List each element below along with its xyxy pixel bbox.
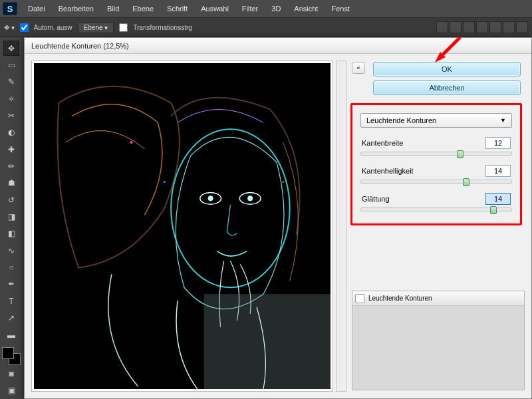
move-tool-icon[interactable]: ✥ — [3, 41, 19, 56]
dialog-titlebar[interactable]: Leuchtende Konturen (12,5%) — [25, 38, 531, 54]
preview-scrollbar[interactable] — [336, 61, 346, 392]
dialog-controls: « OK Abbrechen Leuchtende Konturen ▼ Kan… — [346, 54, 531, 398]
dodge-tool-icon[interactable]: ○ — [3, 259, 19, 275]
align-icon[interactable] — [489, 21, 501, 33]
preview-area — [25, 54, 336, 398]
filter-parameters-group: Leuchtende Konturen ▼ Kantenbreite 12 Ka… — [350, 103, 522, 225]
align-icon[interactable] — [476, 21, 488, 33]
path-tool-icon[interactable]: ↗ — [3, 311, 19, 326]
align-icon[interactable] — [436, 21, 448, 33]
menu-bearbeiten[interactable]: Bearbeiten — [52, 2, 100, 15]
app-logo: S — [3, 2, 17, 15]
collapse-thumbnails-button[interactable]: « — [352, 62, 365, 74]
pen-tool-icon[interactable]: ✒ — [3, 277, 19, 292]
kantenhelligkeit-label: Kantenhelligkeit — [362, 167, 414, 175]
quickmask-icon[interactable]: ◙ — [3, 366, 19, 381]
filter-gallery-dialog: Leuchtende Konturen (12,5%) — [24, 37, 532, 399]
stamp-tool-icon[interactable]: ☗ — [3, 176, 19, 191]
effect-layer-row[interactable]: Leuchtende Konturen — [352, 291, 524, 306]
align-icon[interactable] — [516, 21, 528, 33]
effect-layers-panel: Leuchtende Konturen — [352, 291, 525, 390]
history-brush-tool-icon[interactable]: ↺ — [3, 192, 19, 207]
menu-schrift[interactable]: Schrift — [160, 2, 194, 15]
crop-tool-icon[interactable]: ✂ — [3, 108, 19, 123]
slider-thumb-icon[interactable] — [490, 206, 497, 214]
layer-selector[interactable]: Ebene ▾ — [78, 22, 114, 33]
menu-bar: S Datei Bearbeiten Bild Ebene Schrift Au… — [0, 0, 532, 17]
wand-tool-icon[interactable]: ✧ — [3, 91, 19, 106]
kantenhelligkeit-slider[interactable] — [360, 180, 512, 184]
effect-layer-name: Leuchtende Konturen — [368, 295, 432, 302]
gradient-tool-icon[interactable]: ◧ — [3, 226, 19, 241]
filter-select-dropdown[interactable]: Leuchtende Konturen ▼ — [360, 113, 512, 128]
filter-preview-image[interactable] — [34, 63, 331, 389]
align-icon[interactable] — [463, 21, 475, 33]
marquee-tool-icon[interactable]: ▭ — [3, 57, 19, 72]
filter-select-value: Leuchtende Konturen — [366, 116, 436, 124]
svg-point-9 — [130, 141, 133, 144]
align-icon[interactable] — [450, 21, 462, 33]
slider-thumb-icon[interactable] — [463, 178, 469, 186]
visibility-eye-icon[interactable] — [355, 294, 364, 303]
svg-point-6 — [208, 196, 213, 201]
menu-filter[interactable]: Filter — [235, 2, 265, 15]
blur-tool-icon[interactable]: ∿ — [3, 243, 19, 258]
align-icon[interactable] — [503, 21, 515, 33]
svg-point-10 — [164, 181, 166, 183]
foreground-color-swatch[interactable] — [2, 347, 14, 359]
move-tool-indicator: ✥ ▾ — [4, 24, 15, 31]
lasso-tool-icon[interactable]: ✎ — [3, 74, 19, 90]
menu-datei[interactable]: Datei — [21, 2, 52, 15]
kantenhelligkeit-value[interactable]: 14 — [485, 165, 511, 177]
glaettung-value[interactable]: 14 — [485, 193, 511, 205]
svg-point-7 — [247, 196, 253, 201]
svg-rect-8 — [204, 294, 331, 389]
transform-controls-label: Transformationsstrg — [133, 24, 192, 31]
svg-point-11 — [282, 181, 284, 183]
eraser-tool-icon[interactable]: ◨ — [3, 209, 19, 224]
screenmode-icon[interactable]: ▣ — [3, 383, 19, 398]
effect-layers-empty — [352, 306, 524, 390]
brush-tool-icon[interactable]: ✏ — [3, 158, 19, 174]
dialog-title: Leuchtende Konturen (12,5%) — [31, 42, 129, 50]
tools-panel: ✥ ▭ ✎ ✧ ✂ ◐ ✚ ✏ ☗ ↺ ◨ ◧ ∿ ○ ✒ T ↗ ▬ ◙ ▣ — [0, 37, 23, 399]
glaettung-slider[interactable] — [360, 207, 512, 211]
auto-select-label: Autom. ausw — [34, 24, 72, 31]
transform-controls-checkbox[interactable] — [119, 23, 128, 32]
menu-ansicht[interactable]: Ansicht — [287, 2, 325, 15]
kantenbreite-slider[interactable] — [360, 152, 512, 156]
menu-bild[interactable]: Bild — [100, 2, 126, 15]
options-bar: ✥ ▾ Autom. ausw Ebene ▾ Transformationss… — [0, 17, 532, 37]
alignment-icons — [436, 21, 528, 33]
menu-auswahl[interactable]: Auswahl — [194, 2, 235, 15]
slider-thumb-icon[interactable] — [457, 150, 464, 158]
auto-select-checkbox[interactable] — [20, 23, 29, 32]
glaettung-label: Glättung — [362, 195, 390, 203]
kantenbreite-value[interactable]: 12 — [485, 137, 511, 149]
type-tool-icon[interactable]: T — [3, 293, 19, 309]
color-swatches[interactable] — [2, 347, 21, 365]
eyedropper-tool-icon[interactable]: ◐ — [3, 125, 19, 140]
ok-button[interactable]: OK — [373, 62, 521, 76]
cancel-button[interactable]: Abbrechen — [373, 80, 521, 95]
chevron-down-icon: ▼ — [500, 117, 506, 124]
kantenbreite-label: Kantenbreite — [362, 139, 403, 147]
menu-3d[interactable]: 3D — [265, 2, 287, 15]
shape-tool-icon[interactable]: ▬ — [3, 327, 19, 342]
menu-ebene[interactable]: Ebene — [126, 2, 160, 15]
menu-fenster[interactable]: Fenst — [325, 2, 356, 15]
healing-tool-icon[interactable]: ✚ — [3, 142, 19, 157]
